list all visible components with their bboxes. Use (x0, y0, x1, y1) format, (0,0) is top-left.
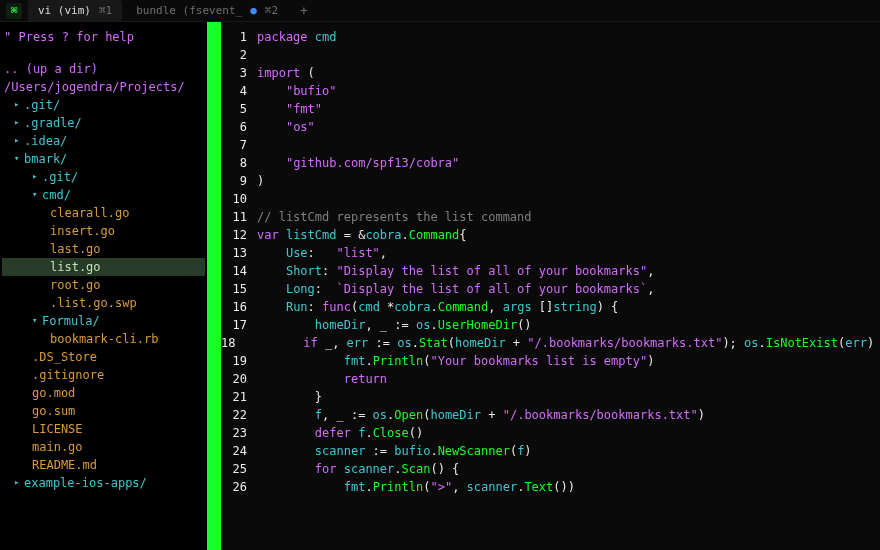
dirty-dot-icon: ● (250, 2, 257, 20)
chevron-right-icon: ▸ (14, 473, 24, 491)
code-line[interactable]: 16 Run: func(cmd *cobra.Command, args []… (221, 298, 880, 316)
code-line[interactable]: 6 "os" (221, 118, 880, 136)
chevron-right-icon: ▸ (14, 95, 24, 113)
code-line[interactable]: 25 for scanner.Scan() { (221, 460, 880, 478)
code-line[interactable]: 20 return (221, 370, 880, 388)
chevron-right-icon: ▸ (14, 113, 24, 131)
tree-file[interactable]: .gitignore (2, 366, 205, 384)
tree-dir[interactable]: ▸ .git/ (2, 96, 205, 114)
code-line[interactable]: 5 "fmt" (221, 100, 880, 118)
code-line[interactable]: 10 (221, 190, 880, 208)
tree-dir[interactable]: ▸ .gradle/ (2, 114, 205, 132)
code-line[interactable]: 23 defer f.Close() (221, 424, 880, 442)
code-text: Short: "Display the list of all of your … (257, 262, 880, 280)
line-number: 20 (221, 370, 257, 388)
code-line[interactable]: 7 (221, 136, 880, 154)
code-line[interactable]: 17 homeDir, _ := os.UserHomeDir() (221, 316, 880, 334)
tree-file[interactable]: .DS_Store (2, 348, 205, 366)
tree-item-name: insert.go (50, 222, 115, 240)
code-line[interactable]: 1package cmd (221, 28, 880, 46)
code-line[interactable]: 8 "github.com/spf13/cobra" (221, 154, 880, 172)
nerdtree-sidebar[interactable]: " Press ? for help .. (up a dir) /Users/… (0, 22, 207, 550)
code-line[interactable]: 24 scanner := bufio.NewScanner(f) (221, 442, 880, 460)
chevron-down-icon: ▾ (32, 185, 42, 203)
tree-dir[interactable]: ▾ cmd/ (2, 186, 205, 204)
line-number: 1 (221, 28, 257, 46)
line-number: 17 (221, 316, 257, 334)
tree-file[interactable]: main.go (2, 438, 205, 456)
tab-label: bundle (fsevent_ (136, 2, 242, 20)
tree-item-name: LICENSE (32, 420, 83, 438)
tree-file[interactable]: bookmark-cli.rb (2, 330, 205, 348)
code-line[interactable]: 11// listCmd represents the list command (221, 208, 880, 226)
code-pane[interactable]: 1package cmd2 3import (4 "bufio"5 "fmt"6… (221, 22, 880, 550)
tree-file[interactable]: insert.go (2, 222, 205, 240)
tree-item-name: last.go (50, 240, 101, 258)
code-line[interactable]: 14 Short: "Display the list of all of yo… (221, 262, 880, 280)
tab-label: vi (vim) (38, 2, 91, 20)
code-text: "bufio" (257, 82, 880, 100)
code-line[interactable]: 2 (221, 46, 880, 64)
tree-item-name: go.sum (32, 402, 75, 420)
code-line[interactable]: 22 f, _ := os.Open(homeDir + "/.bookmark… (221, 406, 880, 424)
code-line[interactable]: 13 Use: "list", (221, 244, 880, 262)
new-tab-button[interactable]: + (292, 2, 316, 20)
line-number: 11 (221, 208, 257, 226)
tree-file[interactable]: last.go (2, 240, 205, 258)
tree-item-name: list.go (50, 258, 101, 276)
terminal-tab-1[interactable]: bundle (fsevent_ ● ⌘2 (126, 0, 288, 22)
vertical-separator (207, 22, 221, 550)
line-number: 10 (221, 190, 257, 208)
tree-file[interactable]: README.md (2, 456, 205, 474)
root-path[interactable]: /Users/jogendra/Projects/ (2, 78, 205, 96)
tree-dir[interactable]: ▸ .git/ (2, 168, 205, 186)
tree-file[interactable]: LICENSE (2, 420, 205, 438)
tree-item-name: .git/ (42, 168, 78, 186)
code-text: package cmd (257, 28, 880, 46)
code-text: for scanner.Scan() { (257, 460, 880, 478)
line-number: 14 (221, 262, 257, 280)
tree-item-name: bmark/ (24, 150, 67, 168)
code-text (257, 136, 880, 154)
tree-file[interactable]: clearall.go (2, 204, 205, 222)
tree-item-name: example-ios-apps/ (24, 474, 147, 492)
tree-dir[interactable]: ▸ example-ios-apps/ (2, 474, 205, 492)
line-number: 3 (221, 64, 257, 82)
code-line[interactable]: 21 } (221, 388, 880, 406)
code-text (257, 190, 880, 208)
up-dir[interactable]: .. (up a dir) (2, 60, 205, 78)
terminal-tab-0[interactable]: vi (vim) ⌘1 (28, 0, 122, 22)
tree-file[interactable]: root.go (2, 276, 205, 294)
code-line[interactable]: 19 fmt.Println("Your bookmarks list is e… (221, 352, 880, 370)
tree-dir[interactable]: ▾ bmark/ (2, 150, 205, 168)
tree-item-name: .list.go.swp (50, 294, 137, 312)
tree-dir[interactable]: ▸ .idea/ (2, 132, 205, 150)
code-line[interactable]: 18 if _, err := os.Stat(homeDir + "/.boo… (221, 334, 880, 352)
code-line[interactable]: 9) (221, 172, 880, 190)
chevron-down-icon: ▾ (32, 311, 42, 329)
code-line[interactable]: 3import ( (221, 64, 880, 82)
tree-file[interactable]: .list.go.swp (2, 294, 205, 312)
tree-dir[interactable]: ▾ Formula/ (2, 312, 205, 330)
code-text: "fmt" (257, 100, 880, 118)
tab-bar: ⌘ vi (vim) ⌘1 bundle (fsevent_ ● ⌘2 + (0, 0, 880, 22)
code-line[interactable]: 26 fmt.Println(">", scanner.Text()) (221, 478, 880, 496)
code-text: return (257, 370, 880, 388)
line-number: 21 (221, 388, 257, 406)
line-number: 6 (221, 118, 257, 136)
code-text: "github.com/spf13/cobra" (257, 154, 880, 172)
tree-file[interactable]: go.mod (2, 384, 205, 402)
tree-file[interactable]: go.sum (2, 402, 205, 420)
code-line[interactable]: 12var listCmd = &cobra.Command{ (221, 226, 880, 244)
code-line[interactable]: 15 Long: `Display the list of all of you… (221, 280, 880, 298)
tab-accel: ⌘2 (265, 2, 278, 20)
code-text: Use: "list", (257, 244, 880, 262)
tree-item-name: .gitignore (32, 366, 104, 384)
line-number: 12 (221, 226, 257, 244)
tree-item-name: clearall.go (50, 204, 129, 222)
tree-item-name: .DS_Store (32, 348, 97, 366)
tree-file[interactable]: list.go (2, 258, 205, 276)
code-line[interactable]: 4 "bufio" (221, 82, 880, 100)
help-hint: " Press ? for help (2, 28, 205, 46)
tree-item-name: .git/ (24, 96, 60, 114)
